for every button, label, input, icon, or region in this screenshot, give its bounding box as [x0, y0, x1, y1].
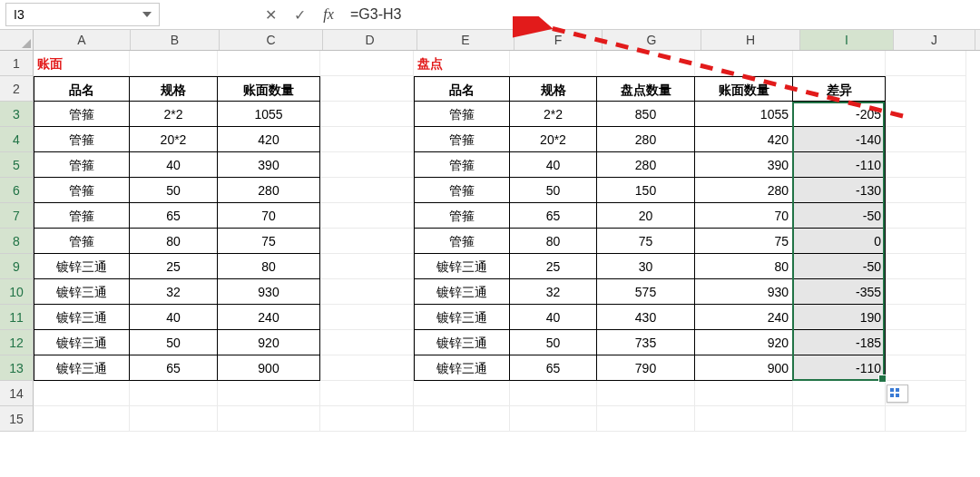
col-header-f[interactable]: F: [514, 30, 603, 50]
cell[interactable]: 管箍: [34, 203, 130, 229]
cell-empty[interactable]: [793, 406, 886, 432]
cell-empty[interactable]: [886, 305, 966, 330]
cell[interactable]: 差异: [793, 76, 886, 102]
col-header-a[interactable]: A: [34, 30, 131, 50]
cell-empty[interactable]: [510, 381, 597, 406]
cell[interactable]: 规格: [510, 76, 597, 102]
cell[interactable]: 790: [597, 355, 695, 381]
cell-empty[interactable]: [218, 51, 320, 76]
cell-empty[interactable]: [695, 406, 793, 432]
row-header[interactable]: 12: [0, 330, 34, 355]
cell-empty[interactable]: [34, 406, 130, 432]
cell[interactable]: -110: [793, 152, 886, 178]
col-header-d[interactable]: D: [323, 30, 417, 50]
cell-empty[interactable]: [886, 127, 966, 152]
cell[interactable]: 900: [218, 355, 320, 381]
row-header[interactable]: 2: [0, 76, 34, 102]
cell[interactable]: 50: [510, 330, 597, 355]
cell[interactable]: 280: [597, 152, 695, 178]
cell-empty[interactable]: [886, 406, 966, 432]
row-header[interactable]: 9: [0, 254, 34, 279]
cell-empty[interactable]: [320, 102, 414, 127]
cell-empty[interactable]: [320, 381, 414, 406]
cell[interactable]: 280: [218, 178, 320, 203]
cell[interactable]: 管箍: [414, 152, 510, 178]
cell-empty[interactable]: [218, 381, 320, 406]
cell-empty[interactable]: [886, 76, 966, 102]
cell-empty[interactable]: [510, 406, 597, 432]
cell[interactable]: -50: [793, 254, 886, 279]
cell[interactable]: 镀锌三通: [414, 305, 510, 330]
cell-empty[interactable]: [793, 381, 886, 406]
cell-empty[interactable]: [886, 102, 966, 127]
cell-empty[interactable]: [218, 406, 320, 432]
cell[interactable]: -130: [793, 178, 886, 203]
cell-empty[interactable]: [886, 330, 966, 355]
cell-empty[interactable]: [320, 254, 414, 279]
cell[interactable]: 25: [130, 254, 218, 279]
col-header-i[interactable]: I: [800, 30, 894, 50]
cell[interactable]: 镀锌三通: [34, 254, 130, 279]
cell[interactable]: 20*2: [130, 127, 218, 152]
cell[interactable]: 30: [597, 254, 695, 279]
cell[interactable]: 盘点数量: [597, 76, 695, 102]
cell[interactable]: 管箍: [34, 178, 130, 203]
cell[interactable]: 1055: [218, 102, 320, 127]
fx-icon[interactable]: fx: [314, 3, 343, 26]
cell[interactable]: -185: [793, 330, 886, 355]
cell[interactable]: 品名: [414, 76, 510, 102]
row-header[interactable]: 13: [0, 355, 34, 381]
cell[interactable]: 190: [793, 305, 886, 330]
cell-empty[interactable]: [597, 406, 695, 432]
cell[interactable]: 管箍: [414, 229, 510, 254]
cell[interactable]: 240: [218, 305, 320, 330]
cell-empty[interactable]: [320, 305, 414, 330]
autofill-options-button[interactable]: [887, 385, 908, 403]
cell[interactable]: 镀锌三通: [34, 305, 130, 330]
col-header-e[interactable]: E: [417, 30, 514, 50]
cell-empty[interactable]: [886, 229, 966, 254]
cell-empty[interactable]: [320, 152, 414, 178]
formula-input[interactable]: [343, 2, 980, 27]
row-header[interactable]: 4: [0, 127, 34, 152]
col-header-c[interactable]: C: [220, 30, 323, 50]
cell-empty[interactable]: [886, 178, 966, 203]
cell[interactable]: 镀锌三通: [414, 330, 510, 355]
cell[interactable]: 账面数量: [218, 76, 320, 102]
cell-empty[interactable]: [886, 51, 966, 76]
cell[interactable]: 管箍: [414, 178, 510, 203]
cell[interactable]: 账面: [34, 51, 130, 76]
cell[interactable]: 规格: [130, 76, 218, 102]
cell[interactable]: 1055: [695, 102, 793, 127]
cell[interactable]: 2*2: [510, 102, 597, 127]
cell-empty[interactable]: [320, 355, 414, 381]
cell[interactable]: 70: [695, 203, 793, 229]
cell[interactable]: 80: [510, 229, 597, 254]
enter-icon[interactable]: ✓: [285, 3, 314, 26]
cell-empty[interactable]: [886, 152, 966, 178]
cell-empty[interactable]: [695, 51, 793, 76]
name-box[interactable]: I3: [5, 3, 160, 26]
row-header[interactable]: 7: [0, 203, 34, 229]
cell[interactable]: 账面数量: [695, 76, 793, 102]
cell[interactable]: 50: [130, 330, 218, 355]
cell[interactable]: 25: [510, 254, 597, 279]
cell-empty[interactable]: [886, 203, 966, 229]
cell[interactable]: 管箍: [34, 152, 130, 178]
cell[interactable]: 40: [130, 152, 218, 178]
cell[interactable]: 0: [793, 229, 886, 254]
cell[interactable]: 80: [130, 229, 218, 254]
cell-empty[interactable]: [414, 406, 510, 432]
cell[interactable]: 850: [597, 102, 695, 127]
cell-empty[interactable]: [130, 381, 218, 406]
cell[interactable]: 品名: [34, 76, 130, 102]
cell-empty[interactable]: [34, 381, 130, 406]
cell-empty[interactable]: [320, 178, 414, 203]
cell[interactable]: 390: [695, 152, 793, 178]
cell[interactable]: 镀锌三通: [414, 279, 510, 305]
cell[interactable]: 65: [130, 203, 218, 229]
cell[interactable]: 40: [130, 305, 218, 330]
cell[interactable]: 40: [510, 152, 597, 178]
cell-empty[interactable]: [695, 381, 793, 406]
cancel-icon[interactable]: ✕: [256, 3, 285, 26]
